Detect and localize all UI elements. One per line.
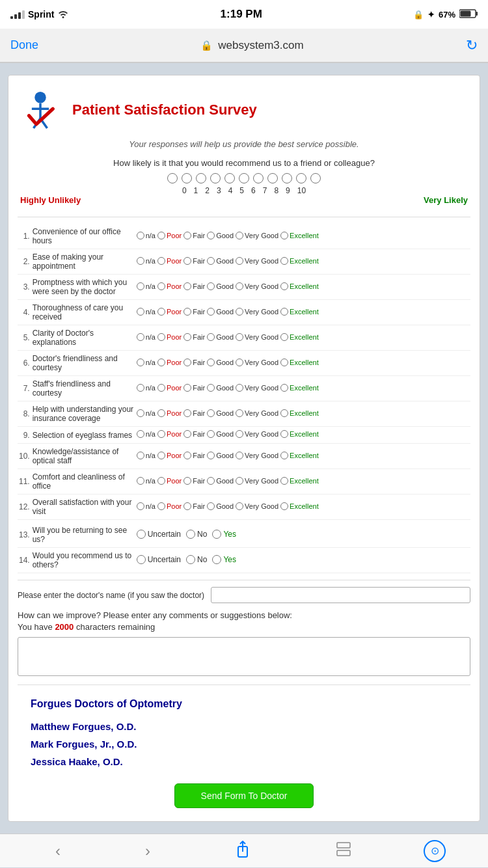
rating-option[interactable]: Fair <box>183 477 205 485</box>
rating-option[interactable]: Good <box>207 430 234 438</box>
back-button[interactable]: ‹ <box>42 837 74 865</box>
radio-good[interactable] <box>207 232 215 239</box>
radio-yes[interactable] <box>212 530 221 539</box>
share-button[interactable] <box>222 835 264 867</box>
radio-uncertain[interactable] <box>137 530 146 539</box>
radio-excellent[interactable] <box>280 282 288 290</box>
rating-option[interactable]: n/a <box>137 477 156 485</box>
rating-option[interactable]: n/a <box>137 430 156 438</box>
comments-textarea[interactable] <box>18 637 470 676</box>
yn-option[interactable]: Uncertain <box>137 530 181 539</box>
radio-n/a[interactable] <box>137 502 144 510</box>
radio-n/a[interactable] <box>137 409 144 417</box>
radio-excellent[interactable] <box>280 333 288 341</box>
radio-poor[interactable] <box>157 359 165 366</box>
rating-option[interactable]: Fair <box>183 232 205 239</box>
rating-option[interactable]: Excellent <box>280 502 319 510</box>
radio-n/a[interactable] <box>137 232 144 239</box>
rating-option[interactable]: n/a <box>137 502 156 510</box>
radio-very good[interactable] <box>236 430 243 438</box>
rating-option[interactable]: n/a <box>137 232 156 239</box>
rating-option[interactable]: n/a <box>137 282 156 290</box>
rating-option[interactable]: Good <box>207 452 234 459</box>
scale-radio-9[interactable] <box>296 173 306 183</box>
rating-option[interactable]: Very Good <box>236 359 278 366</box>
rating-option[interactable]: Very Good <box>236 282 278 290</box>
rating-option[interactable]: n/a <box>137 384 156 392</box>
radio-fair[interactable] <box>183 477 191 485</box>
radio-excellent[interactable] <box>280 452 288 459</box>
radio-good[interactable] <box>207 359 215 366</box>
radio-excellent[interactable] <box>280 308 288 316</box>
rating-option[interactable]: Very Good <box>236 477 278 485</box>
radio-excellent[interactable] <box>280 232 288 239</box>
bookmarks-button[interactable] <box>322 835 365 867</box>
rating-option[interactable]: n/a <box>137 409 156 417</box>
radio-good[interactable] <box>207 257 215 265</box>
radio-excellent[interactable] <box>280 477 288 485</box>
radio-very good[interactable] <box>236 452 243 459</box>
radio-excellent[interactable] <box>280 384 288 392</box>
radio-fair[interactable] <box>183 257 191 265</box>
rating-option[interactable]: Excellent <box>280 409 319 417</box>
done-button[interactable]: Done <box>10 38 38 52</box>
radio-n/a[interactable] <box>137 452 144 459</box>
radio-poor[interactable] <box>157 333 165 341</box>
rating-option[interactable]: Fair <box>183 452 205 459</box>
scale-radio-7[interactable] <box>267 173 278 183</box>
radio-very good[interactable] <box>236 477 243 485</box>
rating-option[interactable]: Poor <box>157 477 182 485</box>
radio-very good[interactable] <box>236 409 243 417</box>
radio-excellent[interactable] <box>280 257 288 265</box>
rating-option[interactable]: Excellent <box>280 384 319 392</box>
radio-fair[interactable] <box>183 452 191 459</box>
radio-poor[interactable] <box>157 409 165 417</box>
scale-radio-8[interactable] <box>282 173 292 183</box>
rating-option[interactable]: Good <box>207 502 234 510</box>
rating-option[interactable]: Fair <box>183 282 205 290</box>
rating-option[interactable]: Very Good <box>236 308 278 316</box>
rating-option[interactable]: Very Good <box>236 257 278 265</box>
radio-good[interactable] <box>207 409 215 417</box>
rating-option[interactable]: Poor <box>157 409 182 417</box>
url-bar[interactable]: 🔒 websystem3.com <box>46 39 458 52</box>
submit-button[interactable]: Send Form To Doctor <box>174 783 314 808</box>
radio-fair[interactable] <box>183 430 191 438</box>
rating-option[interactable]: Good <box>207 282 234 290</box>
rating-option[interactable]: Very Good <box>236 409 278 417</box>
radio-good[interactable] <box>207 308 215 316</box>
radio-fair[interactable] <box>183 359 191 366</box>
radio-excellent[interactable] <box>280 430 288 438</box>
radio-poor[interactable] <box>157 384 165 392</box>
yn-option[interactable]: Uncertain <box>137 555 181 564</box>
radio-no[interactable] <box>186 530 195 539</box>
rating-option[interactable]: Good <box>207 308 234 316</box>
yn-option[interactable]: No <box>186 555 207 564</box>
radio-n/a[interactable] <box>137 430 144 438</box>
rating-option[interactable]: Poor <box>157 452 182 459</box>
radio-poor[interactable] <box>157 257 165 265</box>
rating-option[interactable]: Very Good <box>236 384 278 392</box>
scale-radio-1[interactable] <box>182 173 192 183</box>
rating-option[interactable]: Excellent <box>280 257 319 265</box>
radio-very good[interactable] <box>236 232 243 239</box>
rating-option[interactable]: Excellent <box>280 308 319 316</box>
rating-option[interactable]: Poor <box>157 359 182 366</box>
radio-poor[interactable] <box>157 477 165 485</box>
rating-option[interactable]: Excellent <box>280 282 319 290</box>
radio-uncertain[interactable] <box>137 555 146 564</box>
radio-n/a[interactable] <box>137 384 144 392</box>
rating-option[interactable]: Very Good <box>236 452 278 459</box>
rating-option[interactable]: Very Good <box>236 333 278 341</box>
rating-option[interactable]: Poor <box>157 308 182 316</box>
radio-good[interactable] <box>207 477 215 485</box>
scale-radio-0[interactable] <box>167 173 178 183</box>
doctor-name-input[interactable] <box>211 587 470 603</box>
rating-option[interactable]: Excellent <box>280 477 319 485</box>
rating-option[interactable]: n/a <box>137 257 156 265</box>
radio-excellent[interactable] <box>280 502 288 510</box>
rating-option[interactable]: Excellent <box>280 359 319 366</box>
radio-fair[interactable] <box>183 384 191 392</box>
radio-fair[interactable] <box>183 308 191 316</box>
rating-option[interactable]: Fair <box>183 257 205 265</box>
